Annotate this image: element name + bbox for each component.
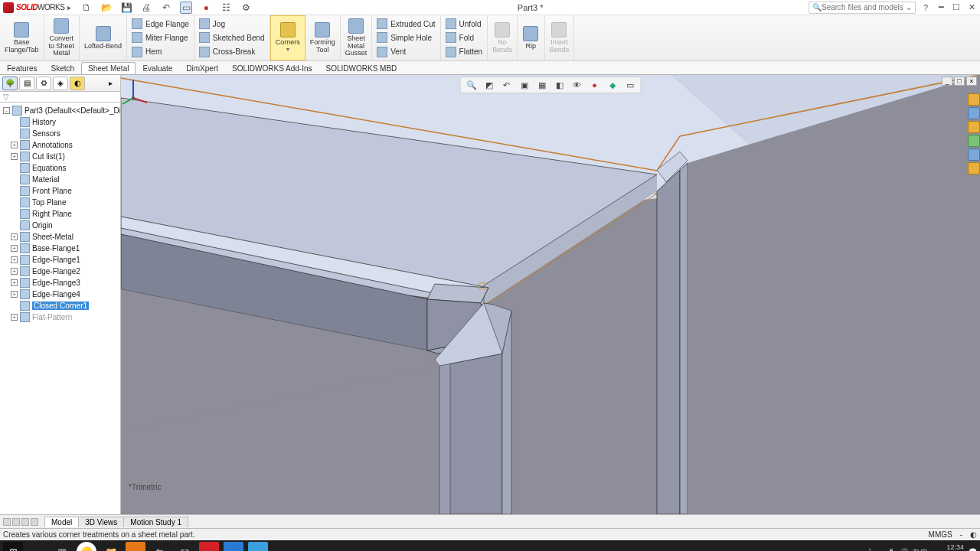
tree-item-flat-pattern[interactable]: +Flat-Pattern — [2, 311, 119, 323]
rip-button[interactable]: Rip — [518, 15, 545, 60]
property-manager-tab[interactable]: ▤ — [19, 77, 34, 90]
section-view-icon[interactable]: ▣ — [518, 79, 531, 91]
zoom-area-icon[interactable]: ◩ — [483, 79, 495, 91]
tree-item-right-plane[interactable]: Right Plane — [2, 208, 119, 220]
jog-button[interactable]: Jog — [198, 18, 266, 30]
vent-button[interactable]: Vent — [375, 46, 436, 58]
volume-icon[interactable]: 🔊 — [900, 548, 908, 551]
task-view-button[interactable]: ▥ — [52, 542, 72, 551]
orientation-triad[interactable] — [121, 75, 152, 106]
fold-button[interactable]: Fold — [444, 31, 485, 44]
search-box[interactable]: 🔍 ⌄ — [808, 2, 916, 14]
options-icon[interactable]: ⚙ — [240, 2, 252, 14]
onedrive-icon[interactable]: ☁ — [877, 548, 884, 551]
tab-evaluate[interactable]: Evaluate — [136, 62, 179, 74]
mail-icon[interactable]: ✉ — [175, 542, 194, 551]
display-manager-tab[interactable]: ◐ — [70, 77, 85, 90]
tree-item-top-plane[interactable]: Top Plane — [2, 197, 119, 208]
help-icon[interactable]: ? — [920, 2, 931, 13]
lang-indicator[interactable]: TUR — [913, 548, 927, 551]
hide-show-icon[interactable]: 👁 — [571, 79, 583, 91]
convert-sheetmetal-button[interactable]: Convert to Sheet Metal — [44, 15, 80, 60]
search-input[interactable] — [822, 3, 906, 11]
start-button[interactable]: ⊞ — [3, 542, 23, 551]
extruded-cut-button[interactable]: Extruded Cut — [375, 18, 436, 30]
cross-break-button[interactable]: Cross-Break — [198, 46, 266, 58]
tray-up-icon[interactable]: ˄ — [868, 548, 872, 551]
chrome-icon[interactable]: 🟡 — [77, 542, 96, 551]
sheet-metal-gusset-button[interactable]: Sheet Metal Gusset — [341, 15, 373, 60]
file-explorer-icon[interactable]: 📁 — [101, 542, 121, 551]
tree-root[interactable]: -Part3 (Default<<Default>_Display State — [2, 105, 119, 116]
orientation-icon[interactable]: ▦ — [536, 79, 548, 91]
rebuild-icon[interactable]: ● — [200, 2, 212, 14]
simple-hole-button[interactable]: Simple Hole — [375, 31, 436, 44]
tree-item-front-plane[interactable]: Front Plane — [2, 185, 119, 197]
appearances-tab[interactable] — [968, 148, 980, 161]
tab-features[interactable]: Features — [0, 62, 44, 74]
tree-item-material-not-specified-[interactable]: Material — [2, 174, 119, 185]
open-file-icon[interactable]: 📂 — [100, 2, 113, 14]
display-style-icon[interactable]: ◧ — [554, 79, 566, 91]
panel-expand-icon[interactable]: ▸ — [103, 77, 118, 90]
app2-icon[interactable] — [224, 542, 243, 551]
tab-sheet-metal[interactable]: Sheet Metal — [81, 62, 136, 74]
config-manager-tab[interactable]: ⚙ — [36, 77, 51, 90]
fm-tree-tab[interactable]: 🌳 — [2, 77, 18, 90]
doc-close-button[interactable]: × — [966, 77, 977, 86]
lofted-bend-button[interactable]: Lofted-Bend — [80, 15, 127, 60]
tree-item-edge-flange1[interactable]: +Edge-Flange1 — [2, 254, 119, 266]
unfold-button[interactable]: Unfold — [444, 18, 485, 30]
hem-button[interactable]: Hem — [130, 46, 191, 58]
tree-item-edge-flange4[interactable]: +Edge-Flange4 — [2, 289, 119, 300]
flatten-button[interactable]: Flatten — [444, 46, 485, 58]
tab-sketch[interactable]: Sketch — [44, 62, 81, 74]
graphics-viewport[interactable]: 🔍 ◩ ↶ ▣ ▦ ◧ 👁 ● ◆ ▭ _ □ × — [121, 75, 980, 514]
select-icon[interactable]: ▭ — [180, 2, 192, 14]
sketched-bend-button[interactable]: Sketched Bend — [198, 31, 266, 44]
tab-model[interactable]: Model — [44, 517, 79, 527]
edge-flange-button[interactable]: Edge Flange — [130, 18, 191, 30]
notifications-icon[interactable]: 💬 — [969, 548, 977, 551]
forming-tool-button[interactable]: Forming Tool — [305, 15, 341, 60]
tab-addins[interactable]: SOLIDWORKS Add-Ins — [225, 62, 318, 74]
miter-flange-button[interactable]: Miter Flange — [130, 31, 191, 44]
print-icon[interactable]: 🖨 — [140, 2, 152, 14]
view-settings-icon[interactable]: ▭ — [624, 79, 636, 91]
new-file-icon[interactable]: 🗋 — [80, 2, 93, 14]
tab-mbd[interactable]: SOLIDWORKS MBD — [319, 62, 404, 74]
filter-bar[interactable]: ▽ — [0, 92, 120, 103]
tree-item-origin[interactable]: Origin — [2, 220, 119, 231]
tree-item-edge-flange3[interactable]: +Edge-Flange3 — [2, 277, 119, 289]
units-indicator[interactable]: MMGS — [929, 530, 952, 539]
tab-motion-study[interactable]: Motion Study 1 — [123, 517, 188, 527]
resources-tab[interactable] — [968, 93, 980, 106]
store-icon[interactable]: 🛍 — [150, 542, 170, 551]
tree-item-sheet-metal[interactable]: +Sheet-Metal — [2, 231, 119, 243]
base-flange-button[interactable]: Base Flange/Tab — [0, 15, 44, 60]
design-library-tab[interactable] — [968, 107, 980, 119]
network-icon[interactable]: 🖧 — [888, 548, 895, 551]
tree-item-annotations[interactable]: +Annotations — [2, 139, 119, 151]
scene-icon[interactable]: ◆ — [606, 79, 619, 91]
custom-props-tab[interactable] — [968, 162, 980, 174]
taskbar-clock[interactable]: 12:34 13-Sep-18 — [932, 544, 964, 551]
doc-min-button[interactable]: _ — [942, 77, 952, 86]
save-icon[interactable]: 💾 — [120, 2, 132, 14]
corners-button[interactable]: Corners▾ — [270, 15, 305, 60]
search-scope-icon[interactable]: ⌄ — [906, 3, 912, 11]
minimize-button[interactable]: ━ — [936, 2, 946, 13]
tree-item-cut-list-1-[interactable]: +Cut list(1) — [2, 151, 119, 162]
tree-item-history[interactable]: History — [2, 116, 119, 128]
tree-item-closed-corner1[interactable]: Closed Corner1 — [2, 300, 119, 311]
tab-3dviews[interactable]: 3D Views — [78, 517, 124, 527]
view-palette-tab[interactable] — [968, 135, 980, 147]
app3-icon[interactable] — [248, 542, 268, 551]
maximize-button[interactable]: ☐ — [951, 2, 962, 13]
app1-icon[interactable] — [126, 542, 145, 551]
file-props-icon[interactable]: ☷ — [220, 2, 232, 14]
tree-item-base-flange1[interactable]: +Base-Flange1 — [2, 243, 119, 254]
prev-view-icon[interactable]: ↶ — [501, 79, 513, 91]
file-explorer-tab[interactable] — [968, 121, 980, 133]
doc-max-button[interactable]: □ — [954, 77, 965, 86]
